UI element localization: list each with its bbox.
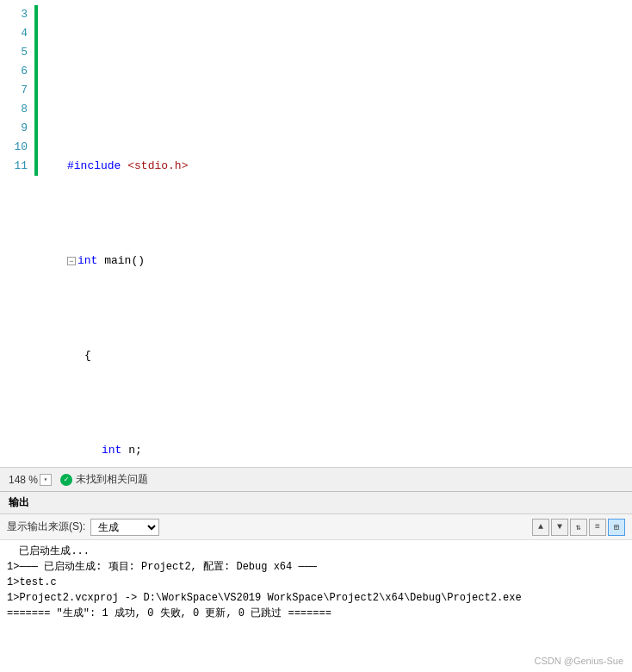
code-line-3 <box>50 62 632 81</box>
output-panel: 输出 显示输出来源(S): 生成 ▲ ▼ ⇅ ≡ ⊞ 已启动生成... 1>——… <box>0 491 632 672</box>
check-icon: ✓ <box>60 474 72 486</box>
gutter <box>34 3 41 467</box>
line-num-5: 5 <box>0 43 28 62</box>
source-select[interactable]: 生成 <box>90 519 159 536</box>
line-num-3: 3 <box>0 5 28 24</box>
toolbar-grid-btn[interactable]: ⊞ <box>608 519 625 536</box>
keyword-int: int <box>77 252 97 271</box>
include-path: <stdio.h> <box>127 157 188 176</box>
editor-area: 3 4 5 6 7 8 9 10 11 #include <stdio.h> <box>0 0 632 467</box>
output-line-2: 1>——— 已启动生成: 项目: Project2, 配置: Debug x64… <box>7 559 625 575</box>
line-num-7: 7 <box>0 81 28 100</box>
watermark: CSDN @Genius-Sue <box>535 653 623 669</box>
toolbar-list-btn[interactable]: ≡ <box>589 519 606 536</box>
toolbar-buttons: ▲ ▼ ⇅ ≡ ⊞ <box>532 519 625 536</box>
code-line-5: − int main () <box>50 252 632 271</box>
collapse-icon[interactable]: − <box>67 257 76 265</box>
line-num-10: 10 <box>0 138 28 157</box>
zoom-value: 148 % <box>9 474 38 486</box>
keyword-include: #include <box>67 157 121 176</box>
output-line-4: 1>Project2.vcxproj -> D:\WorkSpace\VS201… <box>7 590 625 606</box>
output-toolbar: 显示输出来源(S): 生成 ▲ ▼ ⇅ ≡ ⊞ <box>0 514 632 540</box>
output-header: 输出 <box>0 492 632 514</box>
toolbar-updown-btn[interactable]: ⇅ <box>570 519 587 536</box>
code-line-6: { <box>50 346 632 365</box>
code-editor[interactable]: #include <stdio.h> − int main () { <box>41 3 632 467</box>
zoom-dropdown-btn[interactable]: ▾ <box>40 474 52 486</box>
line-num-4: 4 <box>0 24 28 43</box>
keyword-int2: int <box>102 441 121 460</box>
line-num-9: 9 <box>0 119 28 138</box>
var-n: n; <box>128 441 142 460</box>
status-message: 未找到相关问题 <box>76 472 148 487</box>
output-line-1: 已启动生成... <box>7 544 625 559</box>
func-main: main <box>104 252 131 271</box>
code-container: 3 4 5 6 7 8 9 10 11 #include <stdio.h> <box>0 0 632 467</box>
green-bar <box>34 5 38 176</box>
parens: () <box>131 252 145 271</box>
zoom-control[interactable]: 148 % ▾ <box>9 474 52 486</box>
space <box>121 441 128 460</box>
line-num-6: 6 <box>0 62 28 81</box>
space <box>97 252 104 271</box>
line-num-11: 11 <box>0 157 28 176</box>
status-bar: 148 % ▾ ✓ 未找到相关问题 <box>0 467 632 491</box>
code-line-4: #include <stdio.h> <box>50 157 632 176</box>
source-label: 显示输出来源(S): <box>7 520 85 534</box>
output-line-3: 1>test.c <box>7 575 625 590</box>
output-title: 输出 <box>9 495 29 510</box>
toolbar-up-btn[interactable]: ▲ <box>532 519 549 536</box>
status-ok-indicator: ✓ 未找到相关问题 <box>60 472 148 487</box>
space <box>121 157 127 176</box>
toolbar-down-btn[interactable]: ▼ <box>551 519 568 536</box>
output-line-5: ======= "生成": 1 成功, 0 失败, 0 更新, 0 已跳过 ==… <box>7 606 625 621</box>
line-numbers: 3 4 5 6 7 8 9 10 11 <box>0 3 34 467</box>
code-line-7: int n; <box>50 441 632 460</box>
line-num-8: 8 <box>0 100 28 119</box>
brace-open: { <box>84 346 91 365</box>
